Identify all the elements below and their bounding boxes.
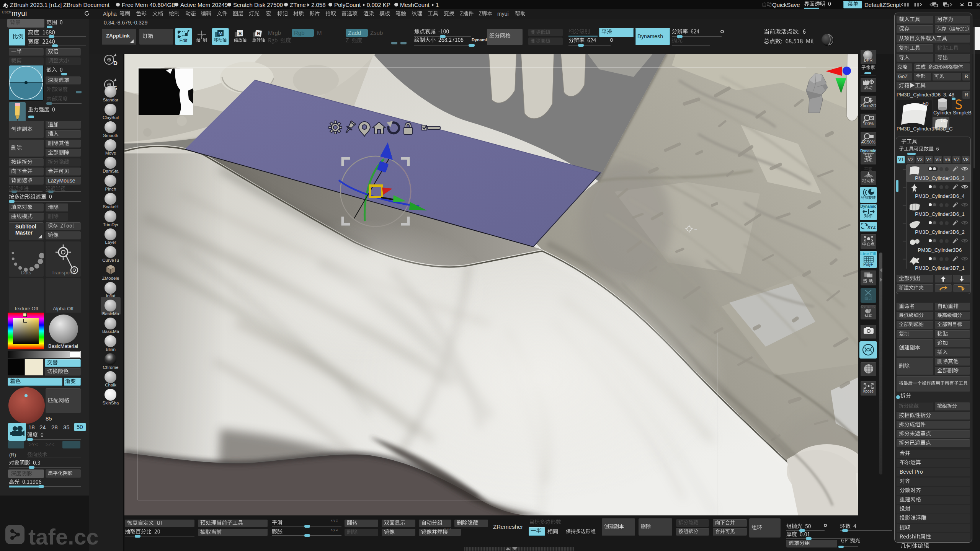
svg-text:S: S xyxy=(238,31,242,36)
svg-text:XYZ: XYZ xyxy=(867,225,876,230)
svg-text:D: D xyxy=(113,60,118,66)
svg-text:R: R xyxy=(257,31,261,36)
svg-text:M: M xyxy=(219,31,223,36)
